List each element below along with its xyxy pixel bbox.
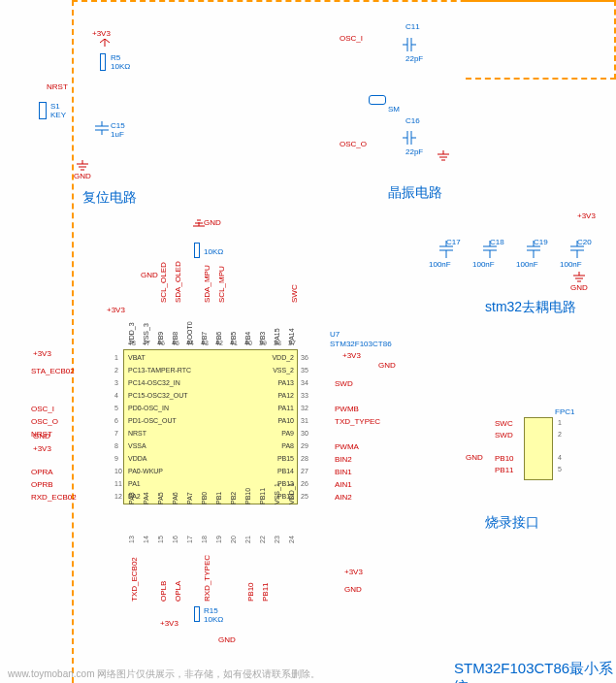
c15-ref: C15 — [111, 121, 125, 130]
fpc-ref: FPC1 — [555, 407, 574, 416]
gnd-reset — [76, 160, 89, 172]
reset-3v3: +3V3 — [92, 29, 111, 38]
gnd-decouple — [572, 272, 586, 283]
c18-ref: C18 — [490, 238, 504, 246]
s1-val: KEY — [50, 111, 66, 119]
vcc-icon — [98, 39, 112, 52]
mcu-3v3-top-lbl: +3V3 — [107, 306, 125, 314]
c19-ref: C19 — [534, 238, 548, 246]
page-title: STM32F103CT86最小系统 — [454, 660, 616, 683]
mcu-gnd-r1: GND — [378, 361, 396, 370]
mcu-gnd-b1: GND — [344, 585, 362, 594]
c11-ref: C11 — [405, 22, 420, 31]
gnd-mcu-top-lbl: GND — [204, 218, 221, 227]
c16-ref: C16 — [405, 116, 420, 125]
c11-val: 22pF — [405, 54, 423, 63]
c15-val: 1uF — [111, 130, 124, 139]
c16-val: 22pF — [405, 147, 423, 156]
s1-ref: S1 — [50, 102, 60, 111]
switch-s1 — [39, 102, 47, 119]
r5-val: 10KΩ — [111, 62, 130, 71]
decouple-3v3: +3V3 — [577, 211, 596, 220]
c19-val: 100nF — [516, 260, 538, 269]
c18-val: 100nF — [472, 260, 495, 269]
cap-c16 — [403, 128, 416, 147]
border-top-right — [466, 0, 616, 80]
r15-ref: R15 — [204, 606, 218, 615]
swd-gnd: GND — [466, 453, 483, 462]
gnd-reset-lbl: GND — [74, 172, 91, 180]
swd-title: 烧录接口 — [485, 514, 539, 532]
swd-conn — [524, 417, 553, 480]
xtal-val: SM — [388, 105, 400, 114]
decouple-title: stm32去耦电路 — [485, 299, 576, 316]
r15-val: 10KΩ — [204, 615, 223, 624]
mcu-3v3-b: +3V3 — [344, 568, 363, 576]
mcu-ref: U7 — [330, 330, 340, 339]
c20-val: 100nF — [560, 260, 582, 269]
c17-ref: C17 — [446, 238, 461, 246]
r5-ref: R5 — [111, 53, 120, 62]
nrst-net: NRST — [47, 82, 68, 91]
osc-i-net: OSC_I — [340, 34, 363, 43]
c20-ref: C20 — [577, 238, 592, 246]
c17-val: 100nF — [429, 260, 451, 269]
crystal — [369, 95, 386, 105]
mcu-3v3-l1: +3V3 — [33, 349, 51, 358]
mcu-3v3-b2: +3V3 — [160, 619, 178, 628]
mcu-gnd-b2: GND — [218, 635, 236, 644]
cap-c15 — [92, 121, 112, 135]
cap-c11 — [403, 35, 416, 54]
mcu-3v3-l2: +3V3 — [33, 444, 51, 453]
boot-res-val: 10KΩ — [204, 247, 223, 256]
mcu-3v3-r1: +3V3 — [342, 351, 361, 360]
gnd-decouple-lbl: GND — [570, 283, 588, 292]
resistor-r5 — [100, 53, 106, 71]
gnd-osc — [437, 150, 450, 162]
osc-title: 晶振电路 — [388, 184, 442, 202]
watermark: www.toymoban.com 网络图片仅供展示，非存储，如有侵权请联系删除。 — [8, 667, 320, 681]
r15 — [194, 606, 200, 622]
reset-title: 复位电路 — [82, 189, 137, 207]
mcu-part: STM32F103CT86 — [330, 340, 392, 348]
boot-resistor — [194, 243, 200, 258]
osc-o-net: OSC_O — [340, 140, 367, 148]
mcu-gnd-top-lbl: GND — [141, 271, 158, 279]
